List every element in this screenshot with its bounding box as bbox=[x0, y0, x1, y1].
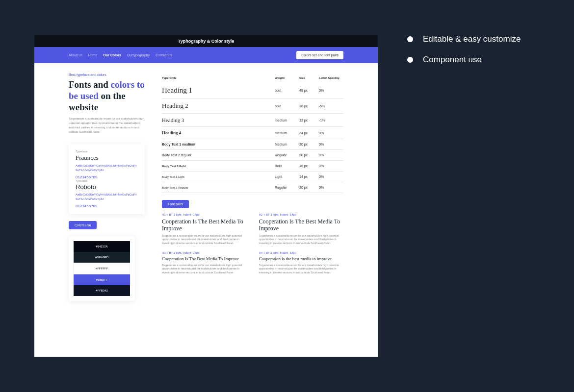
cell-weight: Medium bbox=[275, 143, 299, 146]
font-pairs-button[interactable]: Font pairs bbox=[162, 200, 189, 208]
cell-type: Heading 4 bbox=[162, 130, 275, 135]
font-pairs-grid: H1 + BT 3 light, Indent -14px Cooperatio… bbox=[162, 213, 343, 275]
fp-body-2: To generate a sustainable return for our… bbox=[259, 234, 344, 245]
cell-ls: 0% bbox=[319, 164, 343, 168]
typeface-label-2: Typeface bbox=[76, 179, 138, 182]
cell-size: 48 px bbox=[299, 89, 319, 92]
cell-ls: 0% bbox=[319, 131, 343, 135]
color-swatch-card: #14212A #DEA8FD #FFFFFF #6869FF #FFB342 bbox=[69, 236, 135, 301]
design-canvas: Typhography & Color style About us Home … bbox=[34, 35, 378, 357]
cell-size: 20 px bbox=[299, 186, 319, 189]
hero-title-pre: Fonts and bbox=[69, 79, 111, 90]
typeface-label-1: Typeface bbox=[76, 150, 138, 153]
cell-weight: Bold bbox=[275, 164, 299, 168]
fp-body-1: To generate a sustainable return for our… bbox=[162, 234, 247, 245]
fp-title-4: Cooperation is the best media to improve bbox=[259, 256, 344, 262]
type-table: Type Style Weight Size Letter Spacing He… bbox=[162, 73, 343, 193]
colors-use-button[interactable]: Colors use bbox=[69, 221, 97, 229]
nav-contact[interactable]: Contact us bbox=[156, 53, 172, 57]
hero-title: Fonts and colors to be used on the websi… bbox=[69, 79, 145, 113]
cell-size: 16 px bbox=[299, 164, 319, 168]
right-column: Type Style Weight Size Letter Spacing He… bbox=[162, 73, 343, 301]
cell-weight: Regular bbox=[275, 153, 299, 157]
nav-colors[interactable]: Our Colors bbox=[103, 53, 121, 57]
typeface-sample-1: AaBbCcDdEeFfGgHhIiJjKkLlMmNnOoPpQqRrSsTt… bbox=[76, 164, 138, 172]
swatch-4: #6869FF bbox=[74, 274, 130, 285]
th-weight: Weight bbox=[275, 76, 299, 79]
cell-ls: -1% bbox=[319, 119, 343, 122]
cell-type: Body Text 2 Regular bbox=[162, 186, 275, 189]
swatch-5: #FFB342 bbox=[74, 285, 130, 296]
nav-home[interactable]: Home bbox=[88, 53, 98, 57]
feature-text-1: Editable & easy customize bbox=[423, 34, 521, 44]
cell-type: Heading 2 bbox=[162, 102, 275, 110]
feature-row-2: Component use bbox=[407, 55, 521, 65]
fp-meta-2: H2 + BT 3 light, Indent -14px bbox=[259, 213, 344, 216]
cell-size: 24 px bbox=[299, 131, 319, 135]
table-row: Body Text 1 mediumMedium20 px0% bbox=[162, 139, 343, 150]
typeface-nums-1: 0123456789 bbox=[76, 175, 138, 179]
nav-about[interactable]: About us bbox=[69, 53, 82, 57]
cell-weight: bold bbox=[275, 104, 299, 108]
cell-ls: 0% bbox=[319, 186, 343, 189]
fp-col-2: H2 + BT 3 light, Indent -14px Cooperatio… bbox=[259, 213, 344, 275]
cell-size: 20 px bbox=[299, 153, 319, 157]
bullet-icon bbox=[407, 57, 413, 63]
cell-type: Heading 3 bbox=[162, 117, 275, 123]
nav-cta-button[interactable]: Colors set and font pairs bbox=[296, 51, 343, 59]
cell-type: Body Text 1 medium bbox=[162, 143, 275, 146]
table-row: Body Text 3 BoldBold16 px0% bbox=[162, 161, 343, 172]
table-row: Heading 4medium24 px0% bbox=[162, 127, 343, 139]
swatch-2: #DEA8FD bbox=[74, 252, 130, 263]
table-row: Heading 1bold48 px0% bbox=[162, 83, 343, 98]
fp-title-1: Cooperation Is The Best Media To Improve bbox=[162, 218, 247, 232]
fp-meta-4: H4 + BT 2 light, Indent -14px bbox=[259, 251, 344, 254]
table-row: Body Text 2 regularRegular20 px0% bbox=[162, 150, 343, 161]
swatch-3: #FFFFFF bbox=[74, 263, 130, 274]
swatch-1: #14212A bbox=[74, 241, 130, 252]
content: Best typeface and colors Fonts and color… bbox=[34, 63, 378, 301]
cell-size: 32 px bbox=[299, 119, 319, 122]
cell-size: 38 px bbox=[299, 104, 319, 108]
cell-size: 14 px bbox=[299, 175, 319, 178]
fp-body-3: To generate a sustainable return for our… bbox=[162, 264, 247, 275]
table-row: Heading 3medium32 px-1% bbox=[162, 114, 343, 127]
fp-meta-3: H3 + BT 2 light, Indent -14px bbox=[162, 251, 247, 254]
typeface-name-1: Fraunces bbox=[76, 154, 138, 162]
cell-type: Body Text 3 Bold bbox=[162, 165, 275, 168]
cell-ls: 0% bbox=[319, 143, 343, 146]
fp-body-4: To generate a sustainable return for our… bbox=[259, 264, 344, 275]
bullet-icon bbox=[407, 36, 413, 42]
fp-meta-1: H1 + BT 3 light, Indent -14px bbox=[162, 213, 247, 216]
navbar: About us Home Our Colors Ourtypography C… bbox=[34, 47, 378, 63]
table-row: Body Text 1 LightLight14 px0% bbox=[162, 172, 343, 182]
title-bar: Typhography & Color style bbox=[34, 35, 378, 47]
cell-type: Body Text 2 regular bbox=[162, 153, 275, 157]
table-row: Body Text 2 RegularRegular20 px0% bbox=[162, 182, 343, 193]
nav-links: About us Home Our Colors Ourtypography C… bbox=[69, 53, 172, 57]
feature-bullets: Editable & easy customize Component use bbox=[407, 34, 521, 75]
typeface-sample-2: AaBbCcDdEeFfGgHhIiJjKkLlMmNnOoPpQqRrSsTt… bbox=[76, 193, 138, 201]
fp-title-2: Cooperation Is The Best Media To Improve bbox=[259, 218, 344, 232]
cell-weight: Light bbox=[275, 175, 299, 178]
cell-weight: Regular bbox=[275, 186, 299, 189]
feature-text-2: Component use bbox=[423, 55, 482, 65]
cell-ls: 0% bbox=[319, 175, 343, 178]
feature-row-1: Editable & easy customize bbox=[407, 34, 521, 44]
nav-typography[interactable]: Ourtypography bbox=[127, 53, 150, 57]
left-column: Best typeface and colors Fonts and color… bbox=[69, 73, 145, 301]
fp-title-3: Cooperation Is The Best Media To Improve bbox=[162, 256, 247, 262]
cell-type: Heading 1 bbox=[162, 86, 275, 95]
th-type: Type Style bbox=[162, 76, 275, 79]
cell-weight: bold bbox=[275, 89, 299, 92]
cell-weight: medium bbox=[275, 119, 299, 122]
cell-type: Body Text 1 Light bbox=[162, 175, 275, 178]
hero-eyebrow: Best typeface and colors bbox=[69, 73, 145, 76]
typeface-nums-2: 0123456789 bbox=[76, 204, 138, 208]
table-row: Heading 2bold38 px-5% bbox=[162, 98, 343, 114]
table-header: Type Style Weight Size Letter Spacing bbox=[162, 73, 343, 83]
cell-size: 20 px bbox=[299, 143, 319, 146]
cell-ls: 0% bbox=[319, 89, 343, 92]
typeface-card: Typeface Fraunces AaBbCcDdEeFfGgHhIiJjKk… bbox=[69, 144, 145, 214]
hero-desc: To generate a sustainable return for our… bbox=[69, 117, 145, 134]
